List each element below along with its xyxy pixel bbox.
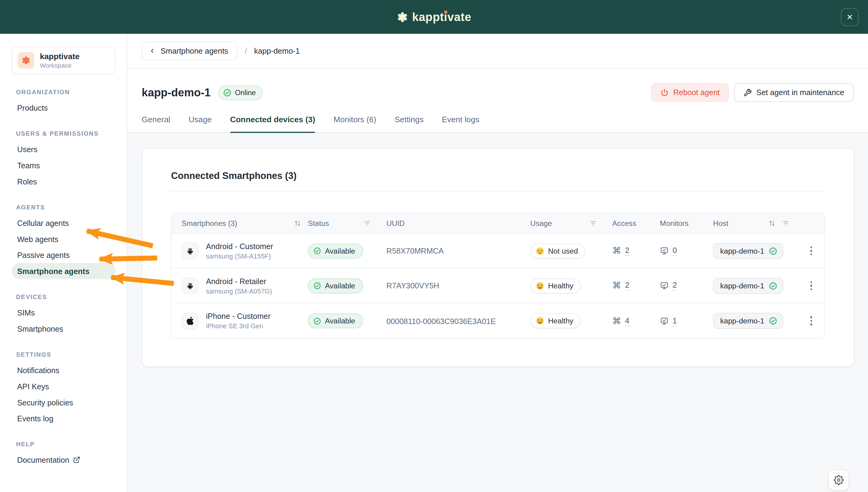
kapptivate-logo-icon xyxy=(397,11,407,22)
filter-icon[interactable] xyxy=(782,220,789,227)
device-name: Android - Retailer xyxy=(206,276,272,285)
tab-connected-devices[interactable]: Connected devices (3) xyxy=(230,115,315,132)
sort-icon[interactable] xyxy=(768,220,776,227)
monitor-icon xyxy=(660,246,669,255)
check-circle-icon xyxy=(223,89,232,97)
settings-gear-button[interactable] xyxy=(828,469,849,490)
grinning-face-icon xyxy=(536,317,544,325)
command-icon: ⌘ xyxy=(612,316,621,325)
uuid-value: R7AY300VY5H xyxy=(386,281,530,290)
access-count[interactable]: 4 xyxy=(625,316,629,326)
sort-icon[interactable] xyxy=(294,220,301,227)
section-label-help: HELP xyxy=(11,441,116,447)
host-chip[interactable]: kapp-demo-1 xyxy=(713,313,783,329)
apple-icon xyxy=(182,313,198,329)
sidebar-item-security-policies[interactable]: Security policies xyxy=(11,394,116,410)
table-row[interactable]: iPhone - Customer iPhone SE 3rd Gen Avai… xyxy=(172,303,824,338)
set-maintenance-label: Set agent in maintenance xyxy=(757,88,844,97)
col-access[interactable]: Access xyxy=(612,219,660,227)
app-header: kapptivate ✕ xyxy=(0,0,868,34)
breadcrumb-current: kapp-demo-1 xyxy=(254,47,300,55)
sidebar-item-teams[interactable]: Teams xyxy=(11,157,116,173)
check-circle-icon xyxy=(313,317,321,325)
card-divider xyxy=(171,191,825,192)
row-menu-button[interactable] xyxy=(808,244,814,258)
device-model: samsung (SM-A155F) xyxy=(206,252,273,260)
usage-badge: Not used xyxy=(530,243,585,258)
sidebar-item-products[interactable]: Products xyxy=(11,100,116,116)
tab-settings[interactable]: Settings xyxy=(395,115,424,132)
row-menu-button[interactable] xyxy=(808,279,814,293)
tab-content: Connected Smartphones (3) Smartphones (3… xyxy=(127,133,868,492)
sidebar-item-web-agents[interactable]: Web agents xyxy=(11,231,116,247)
close-button[interactable]: ✕ xyxy=(841,8,859,26)
android-icon xyxy=(182,243,198,259)
wrench-icon xyxy=(744,89,752,97)
kapptivate-logo: kapptivate xyxy=(397,10,471,24)
command-icon: ⌘ xyxy=(612,281,621,290)
sidebar-item-users[interactable]: Users xyxy=(11,141,116,157)
col-usage[interactable]: Usage xyxy=(530,219,612,227)
col-status[interactable]: Status xyxy=(308,219,386,227)
col-host[interactable]: Host xyxy=(713,219,796,227)
sidebar-item-cellular-agents[interactable]: Cellular agents xyxy=(11,215,116,231)
check-circle-icon xyxy=(769,282,777,290)
tab-general[interactable]: General xyxy=(142,115,170,132)
sidebar-item-notifications[interactable]: Notifications xyxy=(11,362,116,378)
col-smartphones[interactable]: Smartphones (3) xyxy=(182,219,308,227)
table-row[interactable]: Android - Retailer samsung (SM-A057G) Av… xyxy=(172,269,824,303)
usage-badge: Healthy xyxy=(530,278,581,293)
uuid-value: 00008110-00063C9036E3A01E xyxy=(386,316,530,325)
monitors-count[interactable]: 2 xyxy=(673,281,677,291)
col-monitors[interactable]: Monitors xyxy=(660,219,713,227)
grinning-face-icon xyxy=(536,282,544,290)
sidebar-item-api-keys[interactable]: API Keys xyxy=(11,378,116,394)
table-header-row: Smartphones (3) Status UUID xyxy=(172,213,824,233)
host-chip[interactable]: kapp-demo-1 xyxy=(713,278,783,294)
app-root: kapptivate ✕ kapptivate Workspace ORGANI… xyxy=(0,0,868,492)
workspace-type: Workspace xyxy=(40,62,80,69)
monitor-icon xyxy=(660,316,669,325)
row-menu-button[interactable] xyxy=(808,314,814,328)
gear-icon xyxy=(834,475,844,485)
host-chip[interactable]: kapp-demo-1 xyxy=(713,243,783,259)
monitors-count[interactable]: 0 xyxy=(673,246,677,256)
device-name: Android - Customer xyxy=(206,242,273,251)
breadcrumb-back-button[interactable]: Smartphone agents xyxy=(142,42,238,60)
filter-icon[interactable] xyxy=(364,220,371,227)
table-row[interactable]: Android - Customer samsung (SM-A155F) Av… xyxy=(172,233,824,268)
set-maintenance-button[interactable]: Set agent in maintenance xyxy=(734,83,854,102)
monitors-count[interactable]: 1 xyxy=(673,316,677,326)
status-badge: Available xyxy=(308,278,363,293)
access-count[interactable]: 2 xyxy=(625,246,629,256)
chevron-left-icon xyxy=(149,48,156,54)
tab-monitors[interactable]: Monitors (6) xyxy=(333,115,376,132)
workspace-card[interactable]: kapptivate Workspace xyxy=(11,47,116,74)
tab-bar: General Usage Connected devices (3) Moni… xyxy=(127,115,868,133)
sidebar-item-roles[interactable]: Roles xyxy=(11,173,116,190)
breadcrumb-back-label: Smartphone agents xyxy=(161,47,228,55)
close-icon: ✕ xyxy=(846,13,853,22)
sidebar-item-sims[interactable]: SIMs xyxy=(11,304,116,321)
col-uuid[interactable]: UUID xyxy=(386,219,530,227)
check-circle-icon xyxy=(769,247,777,255)
sidebar-item-documentation[interactable]: Documentation xyxy=(11,452,116,468)
sidebar-item-events-log[interactable]: Events log xyxy=(11,410,116,426)
tab-event-logs[interactable]: Event logs xyxy=(442,115,479,132)
section-label-agents: AGENTS xyxy=(11,204,116,210)
tab-usage[interactable]: Usage xyxy=(189,115,212,132)
filter-icon[interactable] xyxy=(589,220,597,227)
reboot-agent-button[interactable]: Reboot agent xyxy=(651,83,729,102)
status-badge: Available xyxy=(308,243,363,258)
status-badge: Available xyxy=(308,313,363,328)
connected-smartphones-card: Connected Smartphones (3) Smartphones (3… xyxy=(142,148,854,367)
uuid-value: R58X70MRMCA xyxy=(386,246,530,255)
sidebar-item-smartphones[interactable]: Smartphones xyxy=(11,321,116,337)
check-circle-icon xyxy=(769,317,777,325)
access-count[interactable]: 2 xyxy=(625,281,629,291)
documentation-label: Documentation xyxy=(17,456,69,464)
device-name: iPhone - Customer xyxy=(206,312,271,321)
sidebar-item-passive-agents[interactable]: Passive agents xyxy=(11,247,116,263)
online-label: Online xyxy=(235,89,256,97)
sidebar-item-smartphone-agents[interactable]: Smartphone agents xyxy=(11,263,116,279)
